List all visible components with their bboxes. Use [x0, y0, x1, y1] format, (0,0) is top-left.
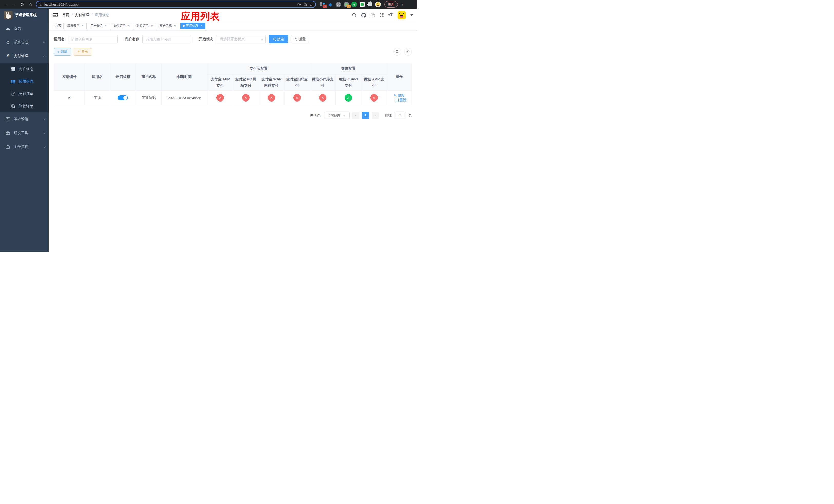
page-1-button[interactable]: 1 — [362, 112, 369, 119]
tab-refund-orders[interactable]: 退款订单× — [134, 23, 156, 29]
sidebar-item-dev-tools[interactable]: 研发工具 — [0, 126, 49, 140]
sidebar-item-refund-orders[interactable]: 退款订单 — [0, 100, 49, 112]
breadcrumb-payment[interactable]: 支付管理 — [75, 13, 89, 18]
sidebar-item-merchant-info[interactable]: 商户信息 — [0, 63, 49, 75]
plus-icon: + — [58, 50, 60, 54]
pagination: 共 1 条 10条/页 ‹ 1 › 前往 页 — [54, 112, 412, 119]
toolbox-icon — [6, 131, 10, 135]
sidebar-item-pay-orders[interactable]: ¥ 支付订单 — [0, 88, 49, 100]
tab-app-info[interactable]: 应用信息× — [180, 23, 205, 29]
close-icon[interactable]: × — [173, 24, 177, 28]
cell-app-id: 6 — [54, 91, 85, 105]
emoji-face-icon — [375, 2, 381, 7]
sidebar-item-workflow[interactable]: 工作流程 — [0, 140, 49, 154]
chrome-update-button[interactable]: 更新 — [385, 1, 398, 8]
next-page-button[interactable]: › — [372, 112, 379, 119]
add-button[interactable]: + 新增 — [54, 48, 71, 55]
sidebar-item-infra[interactable]: 基础设施 — [0, 112, 49, 126]
sidebar-item-system[interactable]: ⚙ 系统管理 — [0, 36, 49, 49]
extension-recorder-icon[interactable]: 1 — [344, 2, 349, 7]
bookmark-star-icon[interactable]: ☆ — [309, 2, 313, 7]
browser-forward-button[interactable]: → — [10, 1, 18, 8]
status-toggle[interactable] — [118, 95, 128, 100]
next-icon: › — [375, 113, 376, 117]
extension-chat-icon[interactable] — [359, 2, 365, 7]
goto-label: 前往 — [385, 113, 392, 118]
avatar-caret-icon[interactable] — [410, 14, 413, 16]
breadcrumb-home[interactable]: 首页 — [62, 13, 69, 18]
sidebar-item-home[interactable]: 首页 — [0, 22, 49, 36]
chevron-down-icon — [43, 132, 46, 134]
col-alipay-wap: 支付宝 WAP 网站支付 — [259, 74, 284, 91]
close-icon[interactable]: × — [127, 24, 131, 28]
site-info-icon[interactable]: ⓘ — [39, 2, 42, 7]
extension-badge: 1 — [347, 5, 351, 8]
group-alipay-config: 支付宝配置 — [207, 63, 310, 74]
col-app-id: 应用编号 — [54, 63, 85, 91]
close-icon[interactable]: × — [150, 24, 154, 28]
tab-home[interactable]: 首页 — [53, 23, 64, 29]
page-size-select[interactable]: 10条/页 — [324, 112, 350, 119]
tab-pay-orders[interactable]: 支付订单× — [111, 23, 133, 29]
sidebar-collapse-icon[interactable] — [53, 13, 58, 18]
refresh-icon — [406, 50, 410, 53]
address-bar[interactable]: ⓘ localhost:1024/pay/app ☆ — [36, 1, 316, 8]
page-unit-label: 页 — [409, 113, 412, 118]
app-logo-row[interactable]: 芋道管理系统 — [0, 9, 49, 22]
tab-user-group[interactable]: 用户分组× — [88, 23, 110, 29]
extension-grid-icon[interactable]: ◆ 10 — [320, 2, 325, 7]
browser-reload-button[interactable] — [19, 1, 26, 8]
share-icon[interactable] — [303, 2, 307, 6]
extension-y-icon[interactable]: y — [351, 2, 357, 7]
grid-table-icon — [11, 80, 15, 83]
home-icon: ⌂ — [29, 2, 32, 7]
toggle-search-button[interactable] — [393, 48, 401, 55]
col-wechat-mini: 微信小程序支付 — [310, 74, 336, 91]
font-size-icon[interactable]: TT — [388, 13, 393, 18]
delete-link[interactable]: 删除 — [396, 98, 407, 102]
user-avatar[interactable] — [397, 11, 406, 20]
tab-merchant-info[interactable]: 商户信息× — [157, 23, 179, 29]
edit-link[interactable]: ✎修改 — [394, 93, 405, 98]
gear-icon: ⚙ — [6, 40, 10, 45]
chevron-down-icon — [43, 118, 46, 120]
merchant-name-label: 商户名称 — [125, 37, 139, 42]
refresh-icon — [295, 38, 298, 41]
chevron-down-icon — [43, 145, 46, 148]
close-icon[interactable]: × — [81, 24, 84, 28]
close-icon[interactable]: × — [199, 24, 203, 28]
github-icon[interactable] — [361, 13, 366, 18]
sidebar-item-app-info[interactable]: 应用信息 — [0, 75, 49, 88]
refresh-table-button[interactable] — [404, 48, 412, 55]
extension-command-icon[interactable]: ⌘ — [335, 2, 341, 7]
col-merchant: 商户名称 — [136, 63, 161, 91]
extension-gem-icon[interactable]: ◆ — [328, 2, 333, 7]
profile-avatar[interactable] — [375, 2, 381, 7]
search-button[interactable]: 搜索 — [269, 35, 288, 43]
close-icon[interactable]: × — [104, 24, 107, 28]
export-button[interactable]: 导出 — [73, 48, 92, 55]
prev-page-button[interactable]: ‹ — [352, 112, 359, 119]
app-name-input[interactable] — [68, 35, 118, 43]
password-key-icon[interactable] — [297, 2, 301, 6]
sidebar-item-payment[interactable]: ¥ 支付管理 — [0, 49, 49, 63]
command-icon: ⌘ — [336, 2, 341, 7]
extensions-area: ◆ 10 ◆ ⌘ 1 y — [320, 2, 381, 7]
browser-back-button[interactable]: ← — [2, 1, 9, 8]
merchant-name-input[interactable] — [142, 35, 191, 43]
help-icon[interactable]: ? — [371, 13, 375, 18]
search-icon[interactable] — [352, 13, 357, 18]
extensions-puzzle-icon[interactable] — [367, 2, 373, 7]
fullscreen-icon[interactable] — [379, 13, 384, 18]
chevron-down-icon — [261, 38, 263, 40]
col-wechat-app: 微信 APP 支付 — [361, 74, 387, 91]
col-status: 开启状态 — [110, 63, 136, 91]
status-select[interactable]: 请选择开启状态 — [216, 35, 266, 43]
yen-coin-icon: ¥ — [11, 92, 15, 96]
tab-process-form[interactable]: 流程表单× — [65, 23, 87, 29]
browser-home-button[interactable]: ⌂ — [27, 1, 34, 8]
reset-button[interactable]: 重置 — [291, 35, 309, 43]
goto-page-input[interactable] — [394, 112, 406, 119]
browser-menu-icon[interactable]: ⋮ — [400, 2, 404, 7]
table-toolbar: + 新增 导出 — [54, 48, 412, 55]
